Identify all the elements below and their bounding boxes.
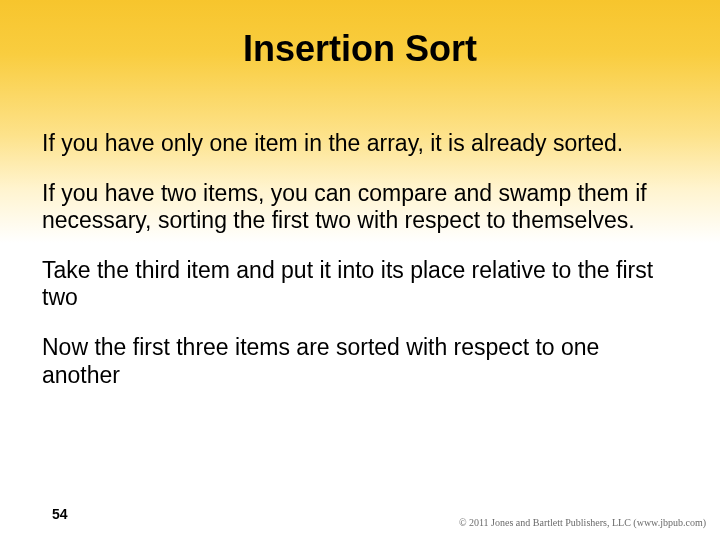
slide-body: If you have only one item in the array, … [42, 130, 678, 411]
paragraph-3: Take the third item and put it into its … [42, 257, 678, 312]
slide-title: Insertion Sort [0, 28, 720, 70]
paragraph-1: If you have only one item in the array, … [42, 130, 678, 158]
slide: Insertion Sort If you have only one item… [0, 0, 720, 540]
paragraph-4: Now the first three items are sorted wit… [42, 334, 678, 389]
paragraph-2: If you have two items, you can compare a… [42, 180, 678, 235]
page-number: 54 [52, 506, 68, 522]
copyright-text: © 2011 Jones and Bartlett Publishers, LL… [459, 517, 706, 528]
